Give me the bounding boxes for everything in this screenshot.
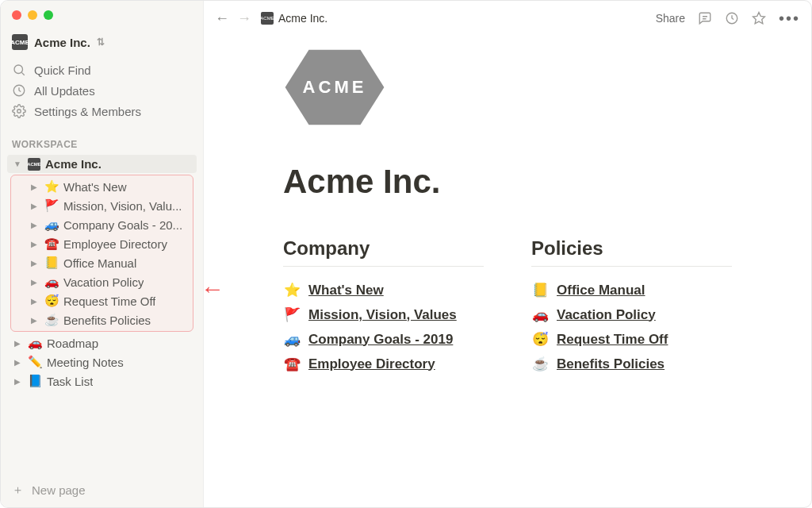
- column-heading[interactable]: Policies: [531, 237, 732, 267]
- tree-item[interactable]: ▶ 🚗 Vacation Policy: [24, 272, 191, 291]
- link-label: Vacation Policy: [557, 307, 656, 323]
- page-emoji-icon: 🚗: [44, 275, 59, 289]
- page-link[interactable]: 😴 Request Time Off: [531, 327, 732, 352]
- tree-item-label: Mission, Vision, Valu...: [63, 199, 182, 213]
- page-link[interactable]: 📒 Office Manual: [531, 278, 732, 302]
- link-label: Benefits Policies: [557, 356, 665, 372]
- chevron-right-icon[interactable]: ▶: [29, 278, 40, 287]
- link-emoji-icon: 🚗: [531, 306, 549, 323]
- chevron-right-icon[interactable]: ▶: [12, 358, 23, 367]
- svg-line-1: [21, 72, 24, 75]
- svg-point-3: [17, 110, 21, 114]
- link-label: Request Time Off: [557, 332, 668, 348]
- breadcrumb-icon: ACME: [261, 12, 274, 25]
- chevron-right-icon[interactable]: ▶: [29, 202, 40, 210]
- link-emoji-icon: 🚩: [283, 306, 301, 323]
- link-label: What's New: [308, 283, 384, 298]
- quick-find-label: Quick Find: [34, 64, 91, 77]
- new-page-button[interactable]: ＋ New page: [1, 473, 203, 507]
- page-link[interactable]: ☎️ Employee Directory: [283, 352, 484, 376]
- chevron-right-icon[interactable]: ▶: [29, 183, 40, 191]
- chevron-right-icon[interactable]: ▶: [12, 377, 23, 386]
- nav-back-button[interactable]: ←: [215, 10, 229, 27]
- column-heading[interactable]: Company: [283, 237, 484, 267]
- more-icon[interactable]: •••: [779, 10, 800, 28]
- chevron-right-icon[interactable]: ▶: [29, 240, 40, 248]
- link-emoji-icon: 😴: [531, 331, 549, 348]
- chevron-updown-icon: ⇅: [97, 37, 105, 48]
- tree-item[interactable]: ▶ 😴 Request Time Off: [24, 291, 191, 310]
- tree-item[interactable]: ▶ 🚩 Mission, Vision, Valu...: [24, 196, 191, 215]
- page-link[interactable]: ☕ Benefits Policies: [531, 352, 732, 376]
- page-link[interactable]: 🚙 Company Goals - 2019: [283, 327, 484, 352]
- chevron-right-icon[interactable]: ▶: [29, 221, 40, 229]
- tree-item-label: Acme Inc.: [45, 157, 102, 171]
- link-emoji-icon: 📒: [531, 282, 549, 298]
- quick-find-button[interactable]: Quick Find: [7, 60, 197, 80]
- topbar: ← → ACME Acme Inc. Share •••: [204, 1, 811, 36]
- settings-members-button[interactable]: Settings & Members: [7, 101, 197, 121]
- search-icon: [12, 63, 26, 77]
- comments-icon[interactable]: [698, 11, 712, 25]
- link-label: Company Goals - 2019: [308, 332, 453, 348]
- workspace-icon: ACME: [12, 34, 28, 50]
- hexagon-logo-icon: ACME: [283, 46, 386, 129]
- share-button[interactable]: Share: [656, 12, 685, 25]
- gear-icon: [12, 104, 26, 118]
- tree-item-label: What's New: [63, 180, 127, 194]
- chevron-right-icon[interactable]: ▶: [29, 297, 40, 306]
- all-updates-label: All Updates: [34, 84, 95, 98]
- tree-item-label: Task List: [47, 375, 93, 388]
- tree-item[interactable]: ▶ 🚙 Company Goals - 20...: [24, 215, 191, 234]
- page-body: ACME Acme Inc. Company ⭐ What's New 🚩 Mi…: [204, 36, 811, 408]
- chevron-right-icon[interactable]: ▶: [29, 259, 40, 267]
- tree-item-label: Employee Directory: [63, 237, 167, 251]
- new-page-label: New page: [32, 483, 86, 497]
- tree-item[interactable]: ▶ ☎️ Employee Directory: [24, 234, 191, 253]
- chevron-right-icon[interactable]: ▶: [12, 339, 23, 348]
- svg-marker-7: [753, 13, 764, 24]
- page-emoji-icon: 😴: [44, 294, 59, 308]
- page-link[interactable]: ⭐ What's New: [283, 278, 484, 302]
- all-updates-button[interactable]: All Updates: [7, 80, 197, 101]
- page-emoji-icon: 🚗: [28, 336, 42, 350]
- tree-item[interactable]: ▶ 📒 Office Manual: [24, 253, 191, 272]
- chevron-right-icon[interactable]: ▶: [29, 316, 40, 325]
- page-emoji-icon: ☕: [44, 313, 59, 327]
- page-link[interactable]: 🚩 Mission, Vision, Values: [283, 302, 484, 327]
- tree-item[interactable]: ▶ ⭐ What's New: [24, 177, 191, 196]
- maximize-window-button[interactable]: [44, 10, 53, 20]
- clock-icon: [12, 83, 26, 98]
- minimize-window-button[interactable]: [28, 10, 37, 20]
- link-emoji-icon: ☎️: [283, 356, 301, 372]
- page-link[interactable]: 🚗 Vacation Policy: [531, 302, 732, 327]
- page-hero-icon[interactable]: ACME: [283, 52, 386, 123]
- breadcrumb[interactable]: ACME Acme Inc.: [261, 12, 327, 25]
- nav-forward-button[interactable]: →: [237, 10, 251, 27]
- close-window-button[interactable]: [12, 10, 21, 20]
- tree-item-label: Office Manual: [63, 256, 136, 270]
- tree-item-root[interactable]: ▼ ACME Acme Inc.: [7, 155, 197, 173]
- tree-item-label: Vacation Policy: [63, 275, 144, 289]
- window-controls: [1, 1, 203, 20]
- updates-icon[interactable]: [725, 11, 739, 25]
- tree-item[interactable]: ▶ 🚗 Roadmap: [7, 333, 197, 352]
- settings-members-label: Settings & Members: [34, 105, 141, 118]
- column-company: Company ⭐ What's New 🚩 Mission, Vision, …: [283, 237, 484, 376]
- page-title[interactable]: Acme Inc.: [283, 163, 732, 201]
- tree-item-label: Company Goals - 20...: [63, 218, 182, 232]
- content-columns: Company ⭐ What's New 🚩 Mission, Vision, …: [283, 237, 732, 376]
- svg-point-0: [14, 65, 23, 74]
- tree-item[interactable]: ▶ ✏️ Meeting Notes: [7, 352, 197, 371]
- link-label: Employee Directory: [308, 356, 435, 372]
- workspace-switcher[interactable]: ACME Acme Inc. ⇅: [1, 20, 203, 58]
- chevron-down-icon[interactable]: ▼: [12, 160, 23, 168]
- link-label: Office Manual: [557, 283, 645, 298]
- link-label: Mission, Vision, Values: [308, 307, 457, 323]
- page-icon: ACME: [28, 158, 40, 171]
- plus-icon: ＋: [12, 483, 24, 498]
- favorite-icon[interactable]: [752, 11, 766, 25]
- tree-item[interactable]: ▶ 📘 Task List: [7, 371, 197, 391]
- column-policies: Policies 📒 Office Manual 🚗 Vacation Poli…: [531, 237, 732, 376]
- tree-item[interactable]: ▶ ☕ Benefits Policies: [24, 310, 191, 329]
